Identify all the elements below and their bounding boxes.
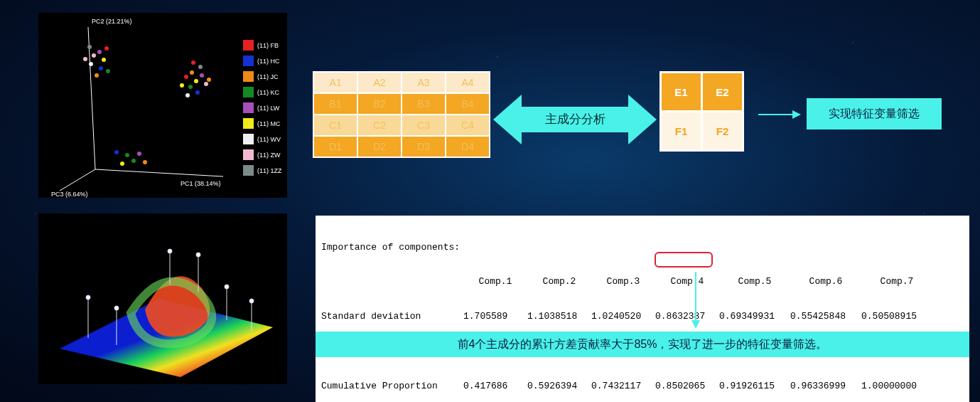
- legend-label: (11) HC: [257, 58, 280, 65]
- svg-point-27: [120, 162, 124, 166]
- svg-point-10: [106, 69, 110, 73]
- legend-label: (11) MC: [257, 120, 281, 127]
- svg-point-33: [86, 295, 90, 300]
- importance-header-row: Comp.1 Comp.2 Comp.3 Comp.4 Comp.5 Comp.…: [321, 276, 964, 287]
- legend-swatch: [243, 165, 254, 176]
- cell: D4: [446, 136, 490, 157]
- svg-point-7: [99, 66, 103, 70]
- svg-point-4: [97, 50, 102, 54]
- svg-point-11: [87, 45, 92, 49]
- svg-point-14: [190, 70, 194, 75]
- svg-point-39: [196, 253, 200, 257]
- cell: D1: [313, 136, 357, 157]
- importance-row: Cumulative Proportion 0.417686 0.5926394…: [321, 381, 964, 392]
- svg-point-25: [125, 153, 129, 157]
- conclusion-text: 前4个主成分的累计方差贡献率大于85%，实现了进一步的特征变量筛选。: [458, 337, 828, 352]
- legend-label: (11) ZW: [257, 152, 281, 159]
- cell: B4: [446, 93, 490, 115]
- cell: A3: [402, 72, 446, 93]
- axis-pc2: PC2 (21.21%): [92, 18, 132, 25]
- svg-point-16: [188, 85, 193, 89]
- cell: E2: [702, 73, 743, 112]
- legend-swatch: [243, 55, 254, 66]
- legend-label: (11) FB: [257, 42, 279, 49]
- legend-swatch: [243, 134, 254, 144]
- legend-label: (11) JC: [257, 73, 279, 80]
- cell: B3: [402, 93, 446, 115]
- svg-point-35: [114, 306, 119, 310]
- importance-row: Standard deviation 1.705589 1.1038518 1.…: [321, 311, 964, 322]
- svg-marker-48: [691, 320, 700, 329]
- cell: A4: [446, 72, 490, 93]
- importance-title: Importance of components:: [321, 242, 964, 253]
- cell: F1: [661, 112, 702, 151]
- cell: E1: [661, 73, 702, 112]
- legend-swatch: [243, 149, 254, 160]
- importance-table: Importance of components: Comp.1 Comp.2 …: [316, 216, 969, 402]
- svg-point-9: [95, 73, 99, 78]
- cell: D3: [402, 136, 446, 157]
- legend-label: (11) KC: [257, 89, 280, 96]
- svg-point-17: [200, 73, 204, 78]
- cell: C3: [402, 115, 446, 136]
- cell: D2: [357, 136, 402, 157]
- svg-point-8: [104, 46, 109, 51]
- cell: B1: [313, 93, 357, 115]
- svg-point-23: [207, 78, 211, 82]
- legend-swatch: [243, 118, 254, 129]
- pca-3d-scatter-plot: PC1 (38.14%) PC2 (21.21%) PC3 (6.64%) (1…: [38, 13, 287, 198]
- svg-point-12: [83, 57, 87, 61]
- feature-selection-label: 实现特征变量筛选: [829, 107, 920, 122]
- legend-swatch: [243, 87, 254, 97]
- pca-double-arrow: 主成分分析: [493, 91, 657, 148]
- highlight-ring: [655, 252, 713, 268]
- axis-pc1: PC1 (38.14%): [181, 180, 221, 187]
- arrow-right-icon: [758, 107, 801, 122]
- cell: C4: [446, 115, 490, 136]
- svg-line-2: [60, 169, 95, 191]
- feature-selection-box: 实现特征变量筛选: [807, 98, 942, 129]
- conclusion-bar: 前4个主成分的累计方差贡献率大于85%，实现了进一步的特征变量筛选。: [316, 332, 969, 357]
- axis-pc3: PC3 (6.64%): [51, 191, 88, 198]
- pca-legend: (11) FB(11) HC(11) JC(11) KC(11) LW(11) …: [243, 40, 282, 176]
- svg-point-15: [194, 79, 198, 83]
- legend-swatch: [243, 71, 254, 82]
- surface-plot: [38, 213, 287, 384]
- legend-label: (11) 1ZZ: [257, 167, 282, 174]
- cell: C2: [357, 115, 402, 136]
- legend-swatch: [243, 102, 254, 113]
- svg-point-22: [191, 60, 195, 65]
- matrix-original: A1 A2 A3 A4 B1 B2 B3 B4 C1 C2 C3 C4 D1 D…: [313, 71, 490, 158]
- cell: F2: [702, 112, 743, 151]
- svg-point-41: [225, 285, 229, 289]
- svg-point-3: [92, 53, 96, 58]
- svg-point-21: [198, 65, 203, 69]
- svg-line-0: [95, 169, 223, 176]
- svg-point-29: [143, 160, 147, 164]
- svg-point-20: [185, 93, 190, 97]
- legend-swatch: [243, 40, 254, 51]
- svg-point-19: [204, 82, 208, 86]
- cell: A2: [357, 72, 402, 93]
- svg-point-26: [131, 159, 136, 163]
- svg-point-13: [184, 75, 188, 79]
- arrow-down-icon: [695, 272, 696, 322]
- cell: B2: [357, 93, 402, 115]
- matrix-reduced: E1 E2 F1 F2: [659, 71, 744, 152]
- svg-point-30: [114, 150, 119, 154]
- pca-arrow-label: 主成分分析: [493, 111, 657, 127]
- svg-point-43: [249, 299, 254, 303]
- legend-label: (11) WV: [257, 136, 281, 143]
- svg-point-18: [195, 90, 200, 95]
- cell: A1: [313, 72, 357, 93]
- svg-point-28: [137, 152, 141, 156]
- pca-points: [83, 45, 211, 166]
- svg-point-37: [168, 249, 172, 253]
- svg-marker-46: [792, 110, 801, 119]
- svg-point-5: [102, 58, 106, 62]
- svg-point-6: [89, 62, 93, 66]
- cell: C1: [313, 115, 357, 136]
- legend-label: (11) LW: [257, 105, 280, 112]
- svg-point-24: [180, 83, 184, 88]
